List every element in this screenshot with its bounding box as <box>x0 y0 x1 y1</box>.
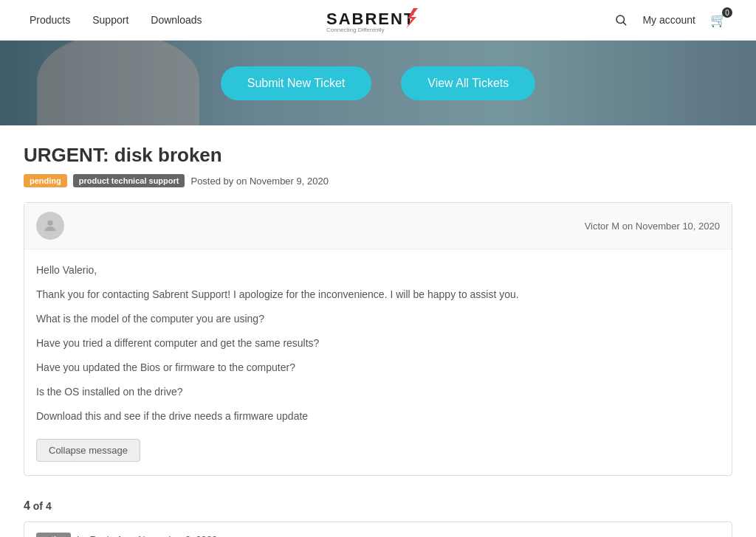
message-line-4: Have you tried a different computer and … <box>36 336 720 351</box>
hero-banner: Submit New Ticket View All Tickets <box>0 41 756 125</box>
active-card: active by Rocio A on November 9, 2020 <box>24 522 732 537</box>
message-line-1: Hello Valerio, <box>36 263 720 278</box>
hero-buttons: Submit New Ticket View All Tickets <box>221 66 535 100</box>
tag-active: active <box>36 533 71 537</box>
svg-point-5 <box>47 221 52 226</box>
pagination: 4 of 4 <box>24 491 732 522</box>
main-nav: Products Support Downloads <box>30 14 202 26</box>
message-meta: Victor M on November 10, 2020 <box>585 221 720 232</box>
message-line-5: Have you updated the Bios or firmware to… <box>36 360 720 375</box>
svg-point-3 <box>616 15 625 24</box>
svg-text:SABRENT: SABRENT <box>326 10 415 28</box>
nav-downloads[interactable]: Downloads <box>151 14 202 26</box>
nav-support[interactable]: Support <box>92 14 128 26</box>
ticket-tags: pending product technical support Posted… <box>24 174 732 187</box>
svg-line-4 <box>624 22 626 24</box>
site-header: Products Support Downloads SABRENT Conne… <box>0 0 756 41</box>
cart-icon[interactable]: 🛒 0 <box>710 12 726 28</box>
header-right: My account 🛒 0 <box>614 12 726 28</box>
tag-pending: pending <box>24 174 67 187</box>
my-account-link[interactable]: My account <box>642 14 695 26</box>
tag-category: product technical support <box>73 174 185 187</box>
submit-new-ticket-button[interactable]: Submit New Ticket <box>221 66 371 100</box>
ticket-title: URGENT: disk broken <box>24 144 732 167</box>
search-icon[interactable] <box>614 13 628 27</box>
posted-by: Posted by on November 9, 2020 <box>190 176 328 187</box>
main-content: URGENT: disk broken pending product tech… <box>9 125 747 537</box>
active-card-meta: by Rocio A on November 9, 2020 <box>77 534 217 538</box>
message-author-info <box>36 212 64 240</box>
message-line-6: Is the OS installed on the drive? <box>36 384 720 400</box>
message-card: Victor M on November 10, 2020 Hello Vale… <box>24 202 732 476</box>
avatar <box>36 212 64 240</box>
message-line-3: What is the model of the computer you ar… <box>36 311 720 327</box>
message-header: Victor M on November 10, 2020 <box>24 203 732 249</box>
message-body: Hello Valerio, Thank you for contacting … <box>24 249 732 475</box>
nav-products[interactable]: Products <box>30 14 70 26</box>
collapse-message-button[interactable]: Collapse message <box>36 439 140 462</box>
cart-count: 0 <box>722 7 732 18</box>
svg-text:Connecting Differently: Connecting Differently <box>326 27 385 33</box>
pagination-bold: 4 <box>24 499 30 512</box>
message-line-2: Thank you for contacting Sabrent Support… <box>36 287 720 302</box>
site-logo: SABRENT Connecting Differently <box>326 7 430 33</box>
message-line-7: Download this and see if the drive needs… <box>36 409 720 424</box>
view-all-tickets-button[interactable]: View All Tickets <box>401 66 535 100</box>
